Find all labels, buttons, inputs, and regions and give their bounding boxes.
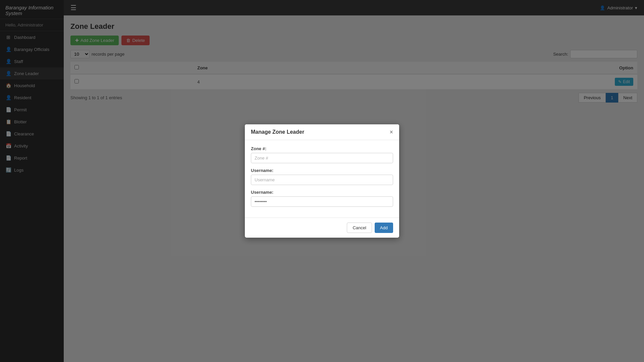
zone-input[interactable] (251, 153, 393, 163)
add-button[interactable]: Add (375, 223, 393, 233)
modal: Manage Zone Leader × Zone #: Username: U… (245, 124, 399, 238)
username2-field-group: Username: (251, 190, 393, 207)
username-input[interactable] (251, 175, 393, 185)
modal-close-button[interactable]: × (389, 129, 393, 135)
modal-header: Manage Zone Leader × (245, 124, 399, 140)
username-field-group: Username: (251, 168, 393, 185)
username2-input[interactable] (251, 196, 393, 207)
modal-body: Zone #: Username: Username: (245, 140, 399, 218)
modal-footer: Cancel Add (245, 218, 399, 238)
cancel-button[interactable]: Cancel (347, 223, 372, 233)
zone-field-group: Zone #: (251, 146, 393, 163)
modal-title: Manage Zone Leader (251, 129, 304, 135)
username-label: Username: (251, 168, 393, 173)
modal-overlay[interactable]: Manage Zone Leader × Zone #: Username: U… (0, 0, 644, 362)
zone-label: Zone #: (251, 146, 393, 151)
username2-label: Username: (251, 190, 393, 195)
